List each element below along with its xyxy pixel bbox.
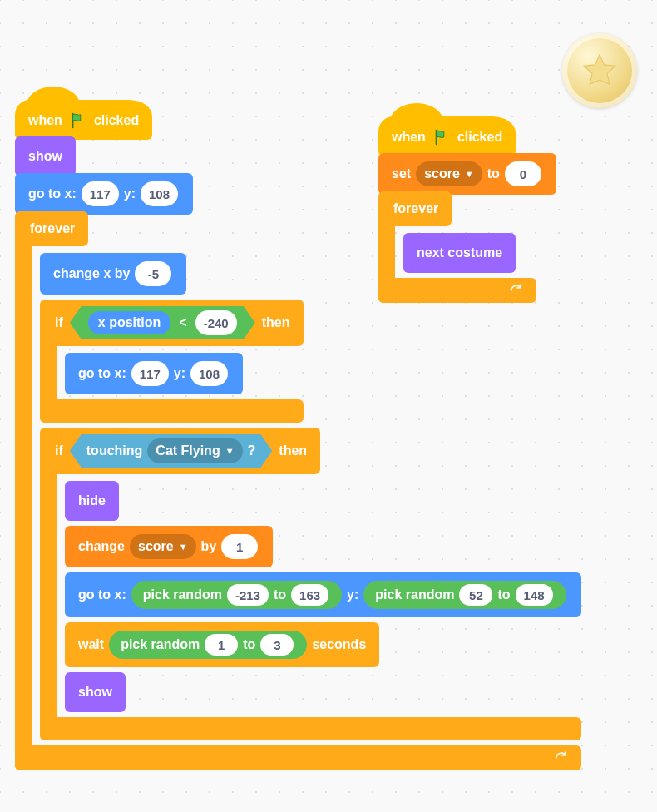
- input-changex[interactable]: -5: [135, 261, 171, 286]
- touching-sensor[interactable]: touching Cat Flying ▼ ?: [70, 434, 273, 468]
- label-when: when: [28, 113, 62, 128]
- chevron-down-icon: ▼: [465, 169, 474, 179]
- next-costume[interactable]: next costume: [403, 233, 516, 273]
- label-clicked: clicked: [94, 113, 139, 128]
- green-flag-icon: [432, 128, 451, 146]
- touching-target: Cat Flying: [156, 443, 220, 458]
- chevron-down-icon: ▼: [225, 446, 235, 456]
- forever-loop-2[interactable]: forever next costume: [378, 191, 536, 303]
- label-forever2: forever: [393, 201, 438, 216]
- label-touching: touching: [86, 443, 143, 458]
- label-set: set: [392, 166, 411, 181]
- reporter-xposition[interactable]: x position: [88, 311, 171, 334]
- label-show: show: [28, 149, 62, 164]
- input-x2[interactable]: 117: [131, 361, 169, 386]
- label-next-costume: next costume: [417, 245, 502, 260]
- loop-arrow-icon: [553, 750, 570, 765]
- show-block-2[interactable]: show: [65, 672, 126, 712]
- label-to3: to: [243, 637, 255, 652]
- go-to-xy-reset[interactable]: go to x: 117 y: 108: [65, 353, 243, 394]
- label-change: change: [78, 539, 125, 554]
- var-name-2: score: [424, 166, 460, 181]
- pick-random-wait[interactable]: pick random 1 to 3: [109, 631, 307, 659]
- input-change-val[interactable]: 1: [221, 534, 258, 559]
- go-to-xy[interactable]: go to x: 117 y: 108: [15, 173, 193, 215]
- label-gotoy2: y:: [174, 366, 185, 381]
- label-gotoy: y:: [124, 186, 136, 201]
- rand-wait-b[interactable]: 3: [260, 634, 294, 656]
- rand-wait-a[interactable]: 1: [205, 634, 238, 656]
- label-pick3: pick random: [121, 637, 200, 652]
- pick-random-y[interactable]: pick random 52 to 148: [363, 581, 566, 609]
- label-clicked2: clicked: [457, 130, 502, 145]
- scratch-canvas[interactable]: when clicked show go to x: 117 y: 108 fo…: [0, 0, 657, 812]
- label-then2: then: [279, 443, 307, 458]
- label-to2: to: [497, 587, 510, 602]
- label-seconds: seconds: [312, 637, 366, 652]
- input-y2[interactable]: 108: [190, 361, 228, 386]
- go-to-random-xy[interactable]: go to x: pick random -213 to 163 y: pick…: [65, 572, 581, 617]
- change-score-by[interactable]: change score ▼ by 1: [65, 526, 273, 567]
- label-gotox3: go to x:: [78, 587, 126, 602]
- change-x-by[interactable]: change x by -5: [40, 253, 186, 295]
- label-show2: show: [78, 685, 112, 700]
- label-to-set: to: [487, 166, 500, 181]
- rand-y-b[interactable]: 148: [516, 584, 553, 606]
- script-right[interactable]: when clicked set score ▼ to 0 forever ne…: [378, 116, 556, 303]
- var-dropdown-score[interactable]: score ▼: [130, 534, 196, 559]
- input-x[interactable]: 117: [82, 181, 119, 206]
- touching-target-dropdown[interactable]: Cat Flying ▼: [147, 438, 242, 463]
- var-dropdown-score-2[interactable]: score ▼: [416, 161, 482, 186]
- set-score-to[interactable]: set score ▼ to 0: [378, 153, 556, 195]
- forever-end-cap: [15, 745, 581, 770]
- when-flag-clicked[interactable]: when clicked: [15, 100, 152, 140]
- label-pick2: pick random: [375, 587, 454, 602]
- label-hide: hide: [78, 493, 106, 508]
- if-end-cap-2: [40, 717, 581, 740]
- pick-random-x[interactable]: pick random -213 to 163: [131, 581, 342, 609]
- rand-x-a[interactable]: -213: [227, 584, 269, 606]
- wait-seconds[interactable]: wait pick random 1 to 3 seconds: [65, 622, 379, 667]
- hide-block[interactable]: hide: [65, 481, 119, 521]
- label-gotox2: go to x:: [78, 366, 126, 381]
- label-gotox: go to x:: [28, 186, 77, 201]
- input-threshold[interactable]: -240: [195, 310, 237, 335]
- when-flag-clicked-2[interactable]: when clicked: [378, 116, 516, 156]
- loop-arrow-icon: [508, 283, 525, 298]
- forever-end-cap-2: [378, 278, 536, 303]
- label-op: <: [179, 315, 186, 330]
- label-then: then: [262, 315, 290, 330]
- star-icon: [580, 52, 619, 90]
- label-forever: forever: [30, 221, 75, 236]
- var-name: score: [138, 539, 174, 554]
- if-end-cap: [40, 399, 304, 423]
- if-touching-cat[interactable]: if touching Cat Flying ▼ ? then: [40, 428, 581, 740]
- rand-x-b[interactable]: 163: [291, 584, 328, 606]
- label-when2: when: [392, 130, 426, 145]
- show[interactable]: show: [15, 136, 76, 176]
- label-pick1: pick random: [143, 587, 222, 602]
- label-q: ?: [248, 443, 256, 458]
- rand-y-a[interactable]: 52: [459, 584, 492, 606]
- label-wait: wait: [78, 637, 104, 652]
- input-y[interactable]: 108: [141, 181, 178, 206]
- label-changex: change x by: [53, 266, 130, 281]
- star-badge: [562, 33, 637, 108]
- chevron-down-icon: ▼: [179, 542, 188, 552]
- label-to1: to: [274, 587, 286, 602]
- if-xpos-lt[interactable]: if x position < -240 then go to x: 117: [40, 300, 304, 423]
- input-set-val[interactable]: 0: [505, 161, 541, 186]
- label-by: by: [201, 539, 217, 554]
- green-flag-icon: [69, 111, 87, 130]
- label-gotoy3: y:: [347, 587, 358, 602]
- operator-lt[interactable]: x position < -240: [70, 306, 255, 339]
